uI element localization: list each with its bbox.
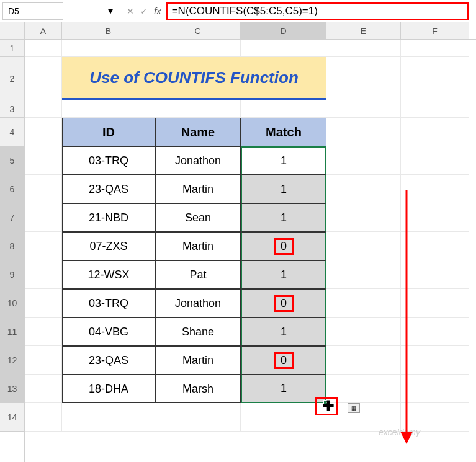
cell-A11[interactable] (25, 318, 62, 346)
cell-D12[interactable]: 0 (241, 346, 326, 375)
cell-D1[interactable] (241, 40, 326, 57)
cell-A1[interactable] (25, 40, 62, 57)
cell-A8[interactable] (25, 232, 62, 260)
cell-D9[interactable]: 1 (241, 260, 326, 289)
cell-E13[interactable] (326, 375, 401, 403)
cell-B1[interactable] (62, 40, 155, 57)
row-header-1[interactable]: 1 (0, 40, 24, 57)
cell-C13[interactable]: Marsh (155, 375, 241, 403)
cell-D5[interactable]: 1 (241, 146, 326, 175)
row-header-12[interactable]: 12 (0, 346, 24, 375)
cell-C8[interactable]: Martin (155, 232, 241, 260)
cell-B12[interactable]: 23-QAS (62, 346, 155, 375)
row-header-13[interactable]: 13 (0, 375, 24, 403)
cell-E7[interactable] (326, 203, 401, 232)
cell-C3[interactable] (155, 100, 241, 118)
row-header-14[interactable]: 14 (0, 403, 24, 432)
row-header-6[interactable]: 6 (0, 175, 24, 203)
col-header-F[interactable]: F (401, 22, 469, 39)
row-header-4[interactable]: 4 (0, 118, 24, 146)
cell-D14[interactable] (241, 403, 326, 432)
header-match[interactable]: Match (241, 118, 326, 146)
cell-A12[interactable] (25, 346, 62, 375)
cell-D6[interactable]: 1 (241, 175, 326, 203)
cell-D11[interactable]: 1 (241, 318, 326, 346)
fx-icon[interactable]: fx (154, 6, 161, 16)
cell-B5[interactable]: 03-TRQ (62, 146, 155, 175)
cell-C5[interactable]: Jonathon (155, 146, 241, 175)
col-header-B[interactable]: B (62, 22, 155, 39)
cell-A5[interactable] (25, 146, 62, 175)
cell-E2[interactable] (326, 57, 401, 100)
cell-A9[interactable] (25, 260, 62, 289)
cell-B10[interactable]: 03-TRQ (62, 289, 155, 318)
row-header-8[interactable]: 8 (0, 232, 24, 260)
cell-A7[interactable] (25, 203, 62, 232)
col-header-A[interactable]: A (25, 22, 62, 39)
cell-B9[interactable]: 12-WSX (62, 260, 155, 289)
cell-B14[interactable] (62, 403, 155, 432)
cell-F3[interactable] (401, 100, 469, 118)
cell-A4[interactable] (25, 118, 62, 146)
cell-C12[interactable]: Martin (155, 346, 241, 375)
cell-B6[interactable]: 23-QAS (62, 175, 155, 203)
cell-F5[interactable] (401, 146, 469, 175)
cell-C1[interactable] (155, 40, 241, 57)
cell-E9[interactable] (326, 260, 401, 289)
cancel-icon[interactable]: ✕ (127, 6, 134, 16)
cell-E3[interactable] (326, 100, 401, 118)
check-icon[interactable]: ✓ (140, 6, 148, 16)
row-header-2[interactable]: 2 (0, 57, 24, 100)
cell-C9[interactable]: Pat (155, 260, 241, 289)
cell-E10[interactable] (326, 289, 401, 318)
cell-D13[interactable]: 1 ✚ ▦ (241, 375, 326, 403)
cell-E11[interactable] (326, 318, 401, 346)
cell-A10[interactable] (25, 289, 62, 318)
name-box[interactable]: D5 (2, 2, 63, 20)
cell-E1[interactable] (326, 40, 401, 57)
grid: A B C D E F Use of COUNTIFS Function (25, 22, 476, 462)
row-header-5[interactable]: 5 (0, 146, 24, 175)
cell-E6[interactable] (326, 175, 401, 203)
cell-A6[interactable] (25, 175, 62, 203)
col-header-D[interactable]: D (241, 22, 326, 39)
cell-B11[interactable]: 04-VBG (62, 318, 155, 346)
cell-E5[interactable] (326, 146, 401, 175)
title-cell[interactable]: Use of COUNTIFS Function (62, 57, 326, 100)
cell-C10[interactable]: Jonathon (155, 289, 241, 318)
cell-C6[interactable]: Martin (155, 175, 241, 203)
cell-D10[interactable]: 0 (241, 289, 326, 318)
cell-C7[interactable]: Sean (155, 203, 241, 232)
cell-D8[interactable]: 0 (241, 232, 326, 260)
cell-E8[interactable] (326, 232, 401, 260)
header-name[interactable]: Name (155, 118, 241, 146)
cell-E4[interactable] (326, 118, 401, 146)
cell-D7[interactable]: 1 (241, 203, 326, 232)
cell-B3[interactable] (62, 100, 155, 118)
cell-A13[interactable] (25, 375, 62, 403)
cell-E12[interactable] (326, 346, 401, 375)
cell-C14[interactable] (155, 403, 241, 432)
formula-bar[interactable]: =N(COUNTIFS(C$5:C5,C5)=1) (166, 2, 469, 20)
cell-F1[interactable] (401, 40, 469, 57)
cell-B8[interactable]: 07-ZXS (62, 232, 155, 260)
row-header-3[interactable]: 3 (0, 100, 24, 118)
row-header-11[interactable]: 11 (0, 318, 24, 346)
cell-B13[interactable]: 18-DHA (62, 375, 155, 403)
cell-B7[interactable]: 21-NBD (62, 203, 155, 232)
row-header-10[interactable]: 10 (0, 289, 24, 318)
cell-F2[interactable] (401, 57, 469, 100)
cell-A14[interactable] (25, 403, 62, 432)
cell-A3[interactable] (25, 100, 62, 118)
select-all-corner[interactable] (0, 22, 24, 40)
col-header-C[interactable]: C (155, 22, 241, 39)
cell-F4[interactable] (401, 118, 469, 146)
header-id[interactable]: ID (62, 118, 155, 146)
col-header-E[interactable]: E (326, 22, 401, 39)
name-box-dropdown[interactable]: ▾ (63, 5, 119, 17)
cell-A2[interactable] (25, 57, 62, 100)
cell-C11[interactable]: Shane (155, 318, 241, 346)
row-header-9[interactable]: 9 (0, 260, 24, 289)
row-header-7[interactable]: 7 (0, 203, 24, 232)
cell-D3[interactable] (241, 100, 326, 118)
